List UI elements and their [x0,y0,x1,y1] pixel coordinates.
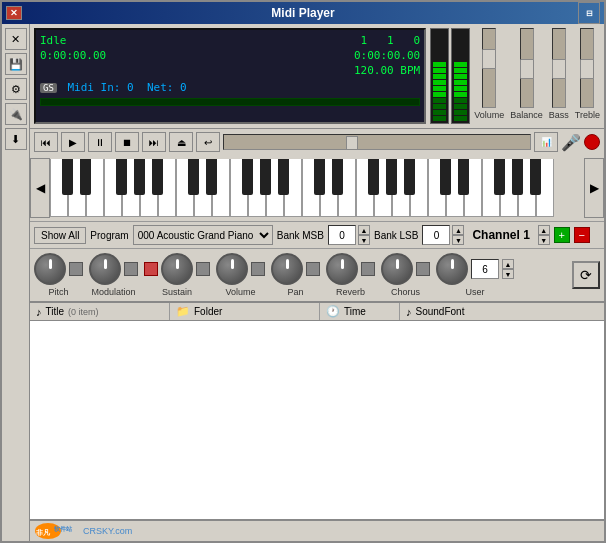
mixer-sliders: Volume Balance Bass [474,28,600,124]
sustain-knob-inner [144,253,210,285]
black-key[interactable] [314,159,325,195]
black-key[interactable] [278,159,289,195]
col-time-header[interactable]: 🕐 Time [320,303,400,320]
sidebar-save-btn[interactable]: 💾 [5,53,27,75]
bank-msb-label: Bank MSB [277,230,324,241]
black-key[interactable] [458,159,469,195]
col-folder-header[interactable]: 📁 Folder [170,303,320,320]
modulation-toggle[interactable] [124,262,138,276]
black-key[interactable] [386,159,397,195]
bank-lsb-down[interactable]: ▼ [452,235,464,245]
seek-thumb[interactable] [346,136,358,150]
sustain-knob[interactable] [161,253,193,285]
pan-knob-inner [271,253,320,285]
pitch-knob-group: Pitch [34,253,83,297]
chorus-knob[interactable] [381,253,413,285]
seek-slider[interactable] [223,134,531,150]
show-all-button[interactable]: Show All [34,227,86,244]
black-key[interactable] [332,159,343,195]
program-select[interactable]: 000 Acoustic Grand Piano [133,225,273,245]
lcd-progress-bar [40,98,420,106]
stop-button[interactable]: ⏹ [115,132,139,152]
bank-msb-spinbuttons: ▲ ▼ [358,225,370,245]
remove-channel-button[interactable]: − [574,227,590,243]
black-key[interactable] [62,159,73,195]
lcd-time-elapsed: 0:00:00.00 [40,49,106,62]
volume-knob-label: Volume [225,287,255,297]
reverb-knob[interactable] [326,253,358,285]
sidebar-plugin-btn[interactable]: 🔌 [5,103,27,125]
piano-scroll-right[interactable]: ▶ [584,158,604,218]
sidebar-download-btn[interactable]: ⬇ [5,128,27,150]
bass-slider-track[interactable] [552,28,566,108]
black-key[interactable] [494,159,505,195]
reset-button[interactable]: ⟳ [572,261,600,289]
black-key[interactable] [440,159,451,195]
pause-button[interactable]: ⏸ [88,132,112,152]
black-key[interactable] [206,159,217,195]
user-value-input[interactable] [471,259,499,279]
sustain-toggle[interactable] [196,262,210,276]
balance-slider-thumb[interactable] [520,59,534,79]
sidebar-settings-btn[interactable]: ⚙ [5,78,27,100]
close-button[interactable]: ✕ [6,6,22,20]
pitch-toggle[interactable] [69,262,83,276]
play-button[interactable]: ▶ [61,132,85,152]
col-soundfont-header[interactable]: ♪ SoundFont [400,303,604,320]
eject-button[interactable]: ⏏ [169,132,193,152]
volume-toggle[interactable] [251,262,265,276]
black-key[interactable] [404,159,415,195]
repeat-button[interactable]: ↩ [196,132,220,152]
treble-slider-thumb[interactable] [580,59,594,79]
volume-knob-group: Volume [216,253,265,297]
black-key[interactable] [242,159,253,195]
sidebar-close-btn[interactable]: ✕ [5,28,27,50]
record-button[interactable] [584,134,600,150]
chorus-toggle[interactable] [416,262,430,276]
bank-lsb-up[interactable]: ▲ [452,225,464,235]
volume-slider-track[interactable] [482,28,496,108]
black-key[interactable] [116,159,127,195]
bank-msb-up[interactable]: ▲ [358,225,370,235]
black-key[interactable] [260,159,271,195]
user-knob[interactable] [436,253,468,285]
black-key[interactable] [368,159,379,195]
bank-msb-input[interactable] [328,225,356,245]
black-key[interactable] [134,159,145,195]
pan-toggle[interactable] [306,262,320,276]
black-key[interactable] [152,159,163,195]
bass-slider-thumb[interactable] [552,59,566,79]
right-area: Idle 1 1 0 0:00:00.00 0:00:00.00 120.00 … [30,24,604,541]
black-key[interactable] [80,159,91,195]
volume-slider-thumb[interactable] [482,49,496,69]
balance-slider-track[interactable] [520,28,534,108]
modulation-knob[interactable] [89,253,121,285]
bank-msb-down[interactable]: ▼ [358,235,370,245]
volume-knob-inner [216,253,265,285]
mini-progress-button[interactable]: ⊟ [578,2,600,24]
volume-knob[interactable] [216,253,248,285]
lcd-midi: GS Midi In: 0 Net: 0 [40,81,420,94]
user-spin-up[interactable]: ▲ [502,259,514,269]
black-key[interactable] [530,159,541,195]
black-key[interactable] [188,159,199,195]
reverb-label: Reverb [336,287,365,297]
reverb-toggle[interactable] [361,262,375,276]
chart-button[interactable]: 📊 [534,132,558,152]
svg-text:软件站: 软件站 [53,525,73,532]
pitch-knob[interactable] [34,253,66,285]
lcd-bpm: 120.00 BPM [40,64,420,77]
skip-back-button[interactable]: ⏮ [34,132,58,152]
pan-knob[interactable] [271,253,303,285]
piano-scroll-left[interactable]: ◀ [30,158,50,218]
channel-up[interactable]: ▲ [538,225,550,235]
black-key[interactable] [512,159,523,195]
skip-forward-button[interactable]: ⏭ [142,132,166,152]
mic-icon[interactable]: 🎤 [561,133,581,152]
channel-down[interactable]: ▼ [538,235,550,245]
col-title-header[interactable]: ♪ Title (0 item) [30,303,170,320]
user-spin-down[interactable]: ▼ [502,269,514,279]
add-channel-button[interactable]: + [554,227,570,243]
bank-lsb-input[interactable] [422,225,450,245]
treble-slider-track[interactable] [580,28,594,108]
